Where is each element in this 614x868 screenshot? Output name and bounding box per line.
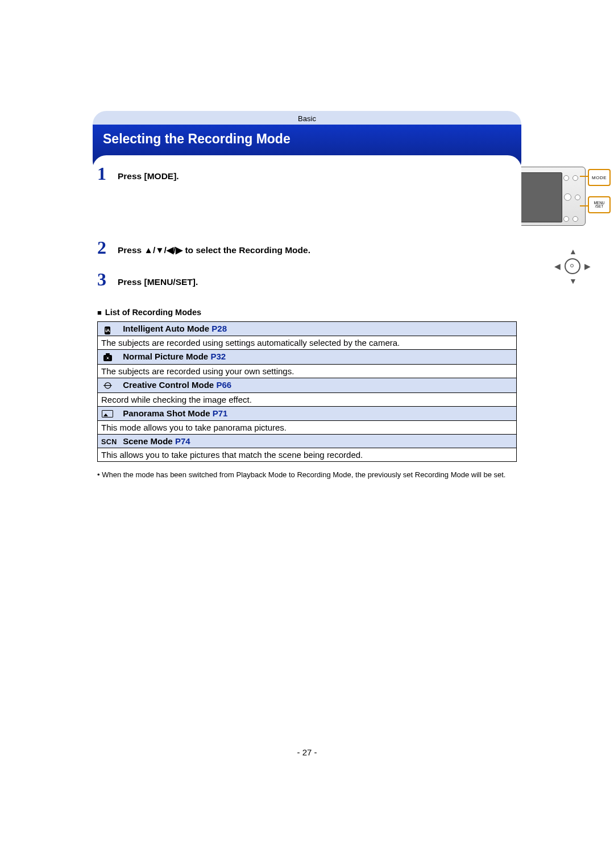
camera-button-dot xyxy=(564,193,571,201)
recording-modes-table: iA Intelligent Auto Mode P28 The subject… xyxy=(97,321,517,462)
page-number: - 27 - xyxy=(0,747,614,757)
step-list: 1 Press [MODE]. 2 Press ▲/▼/◀/▶ to selec… xyxy=(97,164,517,288)
scene-mode-icon: SCN xyxy=(101,438,114,446)
camera-button-dot xyxy=(563,216,569,222)
step-text-prefix: Press xyxy=(118,245,144,255)
category-label: Basic xyxy=(298,114,316,123)
camera-button-dot xyxy=(572,175,578,181)
mode-row: Normal Picture Mode P32 xyxy=(98,350,517,365)
step-number: 1 xyxy=(97,164,118,183)
page-reference-link[interactable]: P66 xyxy=(216,380,231,390)
category-tab-bar: Basic xyxy=(93,111,521,126)
page-reference-link[interactable]: P32 xyxy=(210,352,226,361)
mode-title: Normal Picture Mode xyxy=(123,352,208,361)
step-text-suffix: to select the Recording Mode. xyxy=(182,245,310,255)
mode-title: Creative Control Mode xyxy=(123,380,214,390)
dpad-arrows-glyph: ▲/▼/◀/▶ xyxy=(144,245,183,255)
camera-button-dot xyxy=(572,216,578,222)
mode-description: Record while checking the image effect. xyxy=(98,392,517,406)
page-reference-link[interactable]: P74 xyxy=(175,436,190,446)
step-text: Press [MODE]. xyxy=(118,164,179,183)
mode-row: SCN Scene Mode P74 xyxy=(98,435,517,448)
mode-title: Intelligent Auto Mode xyxy=(123,324,209,333)
mode-description: This allows you to take pictures that ma… xyxy=(98,448,517,462)
dpad-left-icon: ◀ xyxy=(554,262,561,271)
panorama-icon xyxy=(101,409,114,419)
dpad-right-icon: ▶ xyxy=(584,262,591,271)
step-text: Press ▲/▼/◀/▶ to select the Recording Mo… xyxy=(118,238,310,257)
dpad-illustration: ▲ ▼ ◀ ▶ xyxy=(554,248,591,284)
mode-row: iA Intelligent Auto Mode P28 xyxy=(98,321,517,336)
mode-button-callout: MODE xyxy=(588,169,611,186)
modes-list-heading: List of Recording Modes xyxy=(97,308,517,317)
normal-picture-icon xyxy=(101,353,114,362)
camera-button-dot xyxy=(575,195,580,200)
footnote: When the mode has been switched from Pla… xyxy=(97,470,517,481)
creative-control-icon: ⦵ xyxy=(101,381,114,391)
mode-title: Scene Mode xyxy=(123,436,173,446)
section-title: Selecting the Recording Mode xyxy=(103,131,291,146)
mode-description: This mode allows you to take panorama pi… xyxy=(98,421,517,435)
mode-description: The subjects are recorded using settings… xyxy=(98,336,517,350)
step-number: 2 xyxy=(97,238,118,257)
dpad-center-ring xyxy=(565,258,580,274)
manual-page: Basic Selecting the Recording Mode 1 Pre… xyxy=(0,0,614,868)
step-1: 1 Press [MODE]. xyxy=(97,164,517,238)
page-reference-link[interactable]: P71 xyxy=(213,408,228,418)
step-2: 2 Press ▲/▼/◀/▶ to select the Recording … xyxy=(97,238,517,270)
mode-row: Panorama Shot Mode P71 xyxy=(98,406,517,421)
camera-button-dot xyxy=(563,175,569,181)
page-reference-link[interactable]: P28 xyxy=(211,324,227,333)
dpad-up-icon: ▲ xyxy=(569,247,577,256)
step-3: 3 Press [MENU/SET]. xyxy=(97,270,517,288)
dpad-down-icon: ▼ xyxy=(569,276,577,286)
mode-button-text: MODE xyxy=(592,175,607,180)
step-number: 3 xyxy=(97,270,118,288)
mode-row: ⦵ Creative Control Mode P66 xyxy=(98,378,517,392)
body-content: 1 Press [MODE]. 2 Press ▲/▼/◀/▶ to selec… xyxy=(93,155,521,481)
menuset-line2: /SET xyxy=(595,205,603,209)
menuset-button-callout: MENU /SET xyxy=(588,196,611,213)
mode-title: Panorama Shot Mode xyxy=(123,408,210,418)
mode-description: The subjects are recorded using your own… xyxy=(98,364,517,378)
step-text: Press [MENU/SET]. xyxy=(118,270,198,288)
intelligent-auto-icon: iA xyxy=(101,324,114,334)
